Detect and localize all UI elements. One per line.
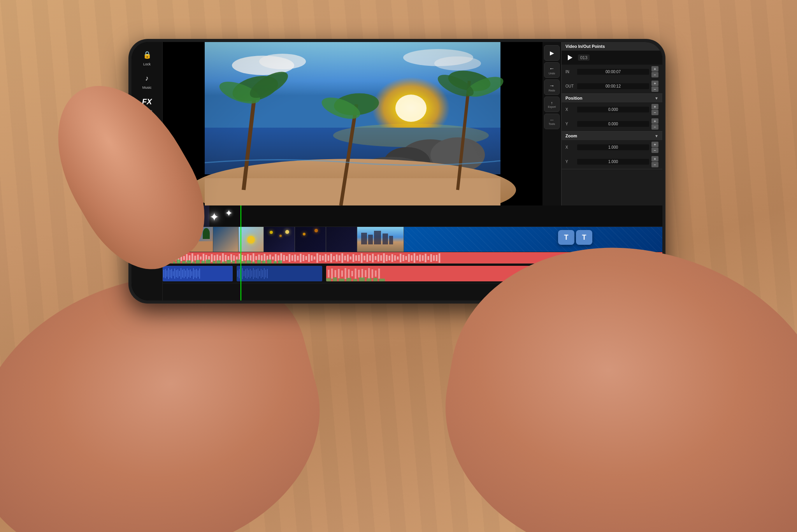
lock-icon: 🔒 xyxy=(140,48,154,61)
svg-rect-166 xyxy=(185,270,186,277)
pos-y-minus-button[interactable]: − xyxy=(651,124,658,130)
tt-button-1[interactable]: T xyxy=(558,230,574,245)
export-button[interactable]: ↑ Export xyxy=(544,97,560,112)
svg-line-23 xyxy=(341,104,356,205)
svg-rect-131 xyxy=(182,261,186,264)
svg-rect-104 xyxy=(377,255,379,262)
svg-rect-125 xyxy=(436,255,437,261)
svg-rect-213 xyxy=(378,269,380,279)
segment-waveform-2 xyxy=(237,266,322,281)
undo-button[interactable]: ← Undo xyxy=(544,62,560,78)
svg-rect-92 xyxy=(344,256,346,260)
svg-rect-80 xyxy=(311,255,312,261)
svg-rect-79 xyxy=(308,254,310,262)
track-row-effects: ✦ ✦ ✦ ✦ xyxy=(163,205,662,227)
tools-button[interactable]: ··· Tools xyxy=(544,114,560,129)
zoom-y-value: 1.000 xyxy=(577,159,649,165)
video-preview xyxy=(163,42,542,205)
svg-rect-81 xyxy=(314,256,315,260)
tt-button-group: T T xyxy=(558,230,592,245)
svg-rect-36 xyxy=(189,255,190,261)
zoom-y-minus-button[interactable]: − xyxy=(651,162,658,167)
play-row: 013 xyxy=(562,51,662,65)
pos-x-minus-button[interactable]: − xyxy=(651,110,658,115)
svg-rect-160 xyxy=(176,270,177,277)
svg-rect-215 xyxy=(333,277,337,281)
svg-rect-108 xyxy=(389,256,390,260)
svg-rect-214 xyxy=(326,278,331,281)
svg-rect-40 xyxy=(200,256,202,260)
zoom-x-row: X 1.000 + − xyxy=(562,140,662,155)
video-play-button[interactable] xyxy=(565,52,576,63)
zoom-y-controls: + − xyxy=(651,156,658,167)
svg-rect-103 xyxy=(375,256,376,260)
position-title-label: Position xyxy=(565,96,582,100)
svg-rect-175 xyxy=(199,269,200,279)
effects-track-content: ✦ ✦ ✦ ✦ xyxy=(163,205,662,226)
svg-rect-153 xyxy=(165,269,166,278)
svg-rect-171 xyxy=(193,268,194,279)
svg-rect-178 xyxy=(239,269,240,278)
video-inout-section: Video In/Out Points 013 IN 00:00:07 + xyxy=(562,42,662,94)
svg-rect-195 xyxy=(265,270,266,277)
svg-rect-165 xyxy=(184,269,184,278)
sidebar-label-lock: Lock xyxy=(143,62,151,66)
svg-rect-111 xyxy=(397,256,398,260)
svg-line-19 xyxy=(458,81,469,190)
svg-rect-211 xyxy=(372,269,373,278)
svg-rect-119 xyxy=(419,255,421,262)
svg-rect-207 xyxy=(358,270,360,277)
pos-x-plus-button[interactable]: + xyxy=(651,104,658,109)
svg-rect-133 xyxy=(192,262,195,264)
svg-rect-62 xyxy=(261,255,263,261)
out-value: 00:00:12 xyxy=(577,83,649,89)
svg-rect-164 xyxy=(182,270,183,277)
svg-rect-139 xyxy=(222,262,226,264)
tt-button-2[interactable]: T xyxy=(576,230,592,245)
svg-line-15 xyxy=(244,89,255,190)
zoom-x-plus-button[interactable]: + xyxy=(651,142,658,147)
in-minus-button[interactable]: − xyxy=(651,72,658,77)
svg-rect-169 xyxy=(190,269,191,278)
svg-rect-136 xyxy=(206,260,210,264)
zoom-x-minus-button[interactable]: − xyxy=(651,147,658,153)
zoom-y-row: Y 1.000 + − xyxy=(562,155,662,169)
zoom-title: Zoom ▼ xyxy=(562,132,662,140)
svg-rect-112 xyxy=(400,254,401,262)
playhead[interactable] xyxy=(241,205,241,300)
svg-rect-0 xyxy=(205,42,500,139)
svg-rect-190 xyxy=(258,269,258,279)
svg-rect-75 xyxy=(297,256,298,260)
play-button[interactable]: ▶ xyxy=(544,45,560,61)
right-panel: Video In/Out Points 013 IN 00:00:07 + xyxy=(561,42,662,205)
svg-rect-124 xyxy=(433,255,435,261)
svg-rect-50 xyxy=(228,256,229,260)
in-plus-button[interactable]: + xyxy=(651,66,658,72)
svg-rect-83 xyxy=(319,255,321,261)
position-y-label: Y xyxy=(565,122,575,126)
zoom-section: Zoom ▼ X 1.000 + − xyxy=(562,132,662,169)
top-section: ▶ ← Undo → Redo xyxy=(163,42,662,205)
out-minus-button[interactable]: − xyxy=(651,86,658,92)
svg-point-6 xyxy=(434,56,481,70)
svg-rect-163 xyxy=(181,268,181,279)
out-plus-button[interactable]: + xyxy=(651,81,658,86)
svg-rect-59 xyxy=(253,253,254,263)
svg-rect-200 xyxy=(335,270,336,277)
svg-rect-93 xyxy=(347,255,349,262)
zoom-y-plus-button[interactable]: + xyxy=(651,156,658,162)
pos-y-plus-button[interactable]: + xyxy=(651,118,658,124)
svg-rect-48 xyxy=(222,253,224,263)
track-row-video: T T xyxy=(163,227,662,252)
sidebar-item-music[interactable]: ♪ Music xyxy=(133,69,161,92)
segment-waveform-1 xyxy=(163,266,233,281)
out-point-row: OUT 00:00:12 + − xyxy=(562,79,662,93)
svg-rect-96 xyxy=(355,255,357,261)
svg-rect-183 xyxy=(247,269,248,279)
sidebar-item-lock[interactable]: 🔒 Lock xyxy=(133,46,161,68)
undo-label: Undo xyxy=(549,72,555,75)
redo-button[interactable]: → Redo xyxy=(544,79,560,95)
svg-rect-202 xyxy=(341,270,343,277)
svg-rect-219 xyxy=(359,277,365,281)
svg-rect-95 xyxy=(353,254,354,262)
